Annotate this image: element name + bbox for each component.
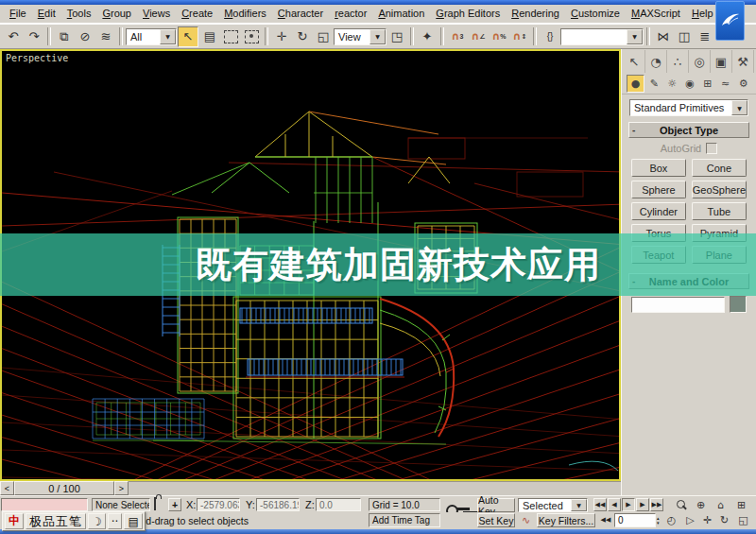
reference-coordsys-dropdown[interactable]: View ▼	[334, 28, 387, 45]
tab-display-icon[interactable]: ▣	[711, 50, 732, 73]
zoom-all-icon[interactable]: ⊕	[693, 498, 709, 512]
menu-file[interactable]: File	[4, 6, 32, 22]
menu-create[interactable]: Create	[176, 6, 218, 22]
key-filters-button[interactable]: Key Filters...	[537, 513, 595, 527]
tab-motion-icon[interactable]: ◎	[689, 50, 711, 73]
go-to-start-icon[interactable]: ◀◀	[593, 498, 607, 511]
time-slider-left-arrow[interactable]: <	[0, 481, 14, 495]
add-time-tag[interactable]: Add Time Tag	[369, 513, 440, 527]
named-selection-sets-icon[interactable]: {}	[541, 27, 559, 46]
time-slider-track[interactable]	[129, 481, 621, 495]
pyramid-button[interactable]: Pyramid	[692, 224, 747, 242]
select-and-move-icon[interactable]: ✛	[272, 27, 291, 46]
go-to-end-icon[interactable]: ▶▶	[650, 498, 663, 511]
select-object-icon[interactable]: ↖	[178, 26, 198, 47]
zoom-extents-icon[interactable]: ⌂	[713, 498, 729, 512]
ime-punctuation-icon[interactable]: ··	[108, 513, 123, 529]
previous-frame-icon[interactable]: ◀	[608, 498, 621, 511]
object-name-input[interactable]	[631, 297, 725, 313]
menu-graph-editors[interactable]: Graph Editors	[430, 6, 506, 22]
sphere-button[interactable]: Sphere	[631, 181, 686, 198]
selection-filter-dropdown[interactable]: All ▼	[126, 28, 177, 45]
select-and-rotate-icon[interactable]: ↻	[293, 27, 312, 46]
tube-button[interactable]: Tube	[692, 202, 747, 220]
y-coord-field[interactable]: -56186.195	[256, 498, 300, 511]
object-type-rollout-header[interactable]: - Object Type	[628, 122, 749, 138]
category-lights-icon[interactable]: ☼	[664, 76, 680, 92]
z-coord-field[interactable]: 0.0	[316, 498, 361, 511]
plane-button[interactable]: Plane	[692, 246, 747, 264]
set-key-button[interactable]: Set Key	[477, 513, 515, 527]
select-by-name-icon[interactable]: ▤	[200, 27, 219, 46]
redo-icon[interactable]: ↷	[25, 27, 43, 46]
tab-modify-icon[interactable]: ◔	[645, 50, 667, 73]
spinner-snap-icon[interactable]: ∩↕	[510, 27, 529, 46]
menu-edit[interactable]: Edit	[32, 6, 61, 22]
absolute-mode-transform-icon[interactable]: +	[168, 498, 181, 511]
menu-character[interactable]: Character	[272, 6, 329, 22]
perspective-viewport[interactable]: Perspective	[0, 49, 621, 481]
teapot-button[interactable]: Teapot	[631, 246, 686, 264]
align-icon[interactable]: ◫	[675, 27, 694, 46]
tab-hierarchy-icon[interactable]: ∴	[667, 50, 689, 73]
menu-help[interactable]: Help	[686, 6, 719, 22]
time-slider-right-arrow[interactable]: >	[114, 481, 129, 495]
zoom-icon[interactable]	[673, 498, 689, 512]
selection-lock-icon[interactable]	[154, 498, 156, 509]
window-crossing-icon[interactable]	[242, 27, 261, 46]
category-geometry-icon[interactable]: ●	[627, 75, 644, 93]
cone-button[interactable]: Cone	[692, 159, 747, 177]
bind-to-space-warp-icon[interactable]: ≋	[96, 27, 115, 46]
menu-animation[interactable]: Animation	[372, 6, 430, 22]
torus-button[interactable]: Torus	[631, 224, 686, 242]
time-slider-thumb[interactable]: 0 / 100	[14, 481, 114, 495]
category-helpers-icon[interactable]: ⊞	[699, 76, 715, 92]
zoom-extents-all-icon[interactable]: ⊞	[733, 498, 749, 512]
category-shapes-icon[interactable]: ✎	[646, 76, 662, 92]
category-systems-icon[interactable]: ⚙	[735, 76, 751, 92]
minmax-toggle-icon[interactable]: ◱	[735, 513, 751, 527]
selection-set-dropdown[interactable]: Selected ▼	[518, 498, 588, 512]
ime-softkeyboard-icon[interactable]: ▤	[124, 513, 142, 529]
undo-icon[interactable]: ↶	[4, 27, 23, 46]
primitive-category-dropdown[interactable]: Standard Primitives ▼	[629, 99, 748, 116]
field-of-view-icon[interactable]: ▷	[682, 513, 698, 527]
maxscript-mini-listener[interactable]	[1, 498, 88, 511]
menu-maxscript[interactable]: MAXScript	[626, 6, 686, 22]
cylinder-button[interactable]: Cylinder	[631, 202, 686, 220]
tab-create-icon[interactable]: ↖	[624, 50, 645, 73]
play-animation-icon[interactable]: ▶	[622, 498, 635, 511]
auto-key-button[interactable]: Auto Key	[477, 498, 515, 512]
box-button[interactable]: Box	[631, 159, 686, 177]
viewport-label[interactable]: Perspective	[6, 53, 68, 63]
unlink-selection-icon[interactable]: ⊘	[76, 27, 94, 46]
key-mode-toggle-icon[interactable]: ◀◀	[599, 513, 612, 526]
menu-modifiers[interactable]: Modifiers	[218, 6, 272, 22]
menu-reactor[interactable]: reactor	[329, 6, 372, 22]
ime-name-label[interactable]: 极品五笔	[26, 513, 86, 529]
autogrid-checkbox[interactable]	[706, 143, 717, 154]
frame-spinner[interactable]: ▴▾	[657, 513, 660, 527]
named-selection-dropdown[interactable]: ▼	[560, 28, 644, 45]
category-cameras-icon[interactable]: ◉	[682, 76, 698, 92]
select-and-manipulate-icon[interactable]: ✦	[418, 27, 437, 46]
layer-manager-icon[interactable]: ≣	[696, 27, 714, 46]
x-coord-field[interactable]: -2579.063	[197, 498, 240, 511]
menu-group[interactable]: Group	[96, 6, 137, 22]
mirror-icon[interactable]: ⋈	[654, 27, 673, 46]
current-frame-field[interactable]: 0	[614, 513, 656, 527]
tab-utilities-icon[interactable]: ⚒	[732, 50, 754, 73]
menu-views[interactable]: Views	[137, 6, 176, 22]
select-and-scale-icon[interactable]: ◱	[314, 27, 333, 46]
arc-rotate-icon[interactable]: ↻	[716, 513, 732, 527]
ime-fullhalf-moon-icon[interactable]: ☽	[88, 513, 106, 529]
menu-tools[interactable]: Tools	[61, 6, 97, 22]
ime-language-icon[interactable]: 中	[5, 513, 24, 529]
next-frame-icon[interactable]: ▶	[636, 498, 649, 511]
angle-snap-icon[interactable]: ∩∠	[469, 27, 488, 46]
category-spacewarps-icon[interactable]: ≈	[717, 76, 733, 92]
time-configuration-icon[interactable]: ◴	[663, 513, 679, 527]
select-and-link-icon[interactable]: ⧉	[55, 27, 74, 46]
menu-rendering[interactable]: Rendering	[506, 6, 565, 22]
geosphere-button[interactable]: GeoSphere	[692, 181, 747, 198]
